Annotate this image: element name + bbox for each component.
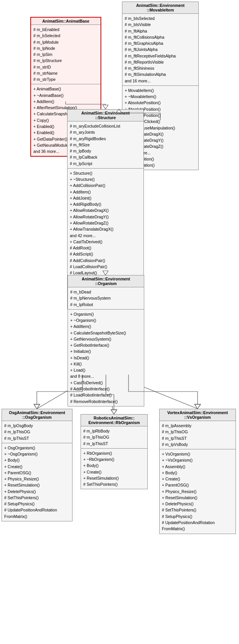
osg-organism-methods: + OsgOrganism() + ~OsgOrganism() + Body(… <box>2 443 72 521</box>
animat-base-fields: # m_bEnabled # m_bSelected # m_lpModule … <box>31 25 101 84</box>
svg-marker-18 <box>111 410 117 414</box>
vs-organism-title: VortexAnimatSim::Environment::VsOrganism <box>160 409 236 421</box>
osg-organism-box: OsgAnimatSim::Environment::OsgOrganism #… <box>2 409 73 521</box>
organism-fields: # m_bDead # m_lpNervousSystem # m_lpRobo… <box>68 287 144 310</box>
svg-marker-8 <box>111 410 117 414</box>
rb-organism-title: RoboticsAnimatSim::Environment::RbOrgani… <box>81 415 147 426</box>
animat-base-title: AnimatSim::AnimatBase <box>31 18 101 25</box>
organism-title: AnimatSim::Environment::Organism <box>68 275 144 287</box>
svg-marker-19 <box>195 405 200 409</box>
rb-organism-methods: + RbOrganism() + ~RbOrganism() + Body() … <box>81 449 147 489</box>
svg-marker-13 <box>103 105 108 109</box>
structure-title: AnimatSim::Environment::Structure <box>68 110 143 121</box>
organism-box: AnimatSim::Environment::Organism # m_bDe… <box>68 275 144 406</box>
vs-organism-box: VortexAnimatSim::Environment::VsOrganism… <box>159 409 236 534</box>
svg-marker-6 <box>34 404 40 409</box>
structure-fields: # m_aryExcludeCollisionList # m_aryJoint… <box>68 121 143 169</box>
rb-organism-fields: # m_lpRbBody # m_lpThisOG # m_lpThisST <box>81 426 147 449</box>
rb-organism-box: RoboticsAnimatSim::Environment::RbOrgani… <box>81 414 148 489</box>
movable-item-fields: # m_bIsSelected # m_bIsVisible # m_fltAl… <box>122 14 198 86</box>
svg-marker-10 <box>194 404 201 409</box>
osg-organism-fields: # m_lpOsgBody # m_lpThisOG # m_lpThisST <box>2 421 72 443</box>
vs-organism-methods: + VsOrganism() + ~VsOrganism() + Assembl… <box>160 449 236 533</box>
movable-item-title: AnimatSim::Environment::MovableItem <box>122 2 198 14</box>
svg-marker-17 <box>34 405 40 409</box>
vs-organism-fields: # m_lpAssembly # m_lpThisOG # m_lpThisST… <box>160 421 236 449</box>
osg-organism-title: OsgAnimatSim::Environment::OsgOrganism <box>2 409 72 421</box>
organism-methods: + Organism() + ~Organism() + AddItem() +… <box>68 310 144 406</box>
